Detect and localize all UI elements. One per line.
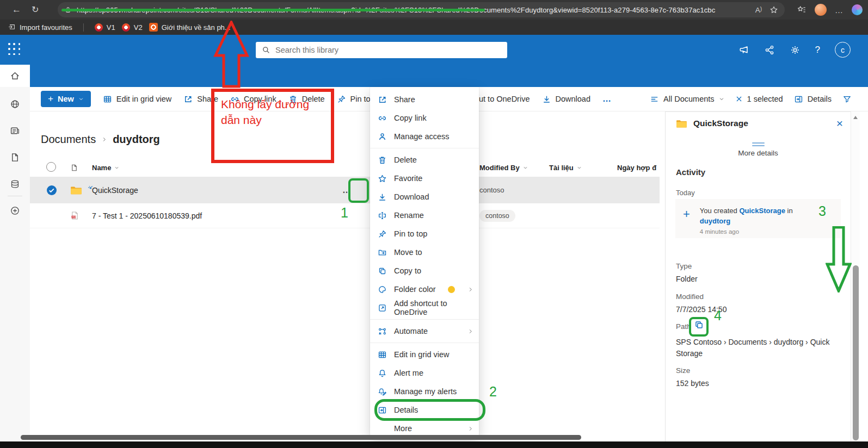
menu-item-edit-grid-view[interactable]: Edit in grid view (370, 345, 479, 364)
search-input[interactable] (275, 46, 482, 54)
shortcut-icon (378, 303, 387, 313)
globe-icon (10, 99, 20, 109)
column-modified-by[interactable]: Modified By (479, 164, 549, 172)
menu-item-delete[interactable]: Delete (370, 151, 479, 169)
size-value: 152 bytes (676, 378, 838, 389)
rail-sites[interactable] (0, 93, 30, 115)
back-icon[interactable]: ← (12, 0, 21, 20)
download-button[interactable]: Download (542, 95, 591, 104)
details-pane-button[interactable]: Details (794, 95, 832, 104)
menu-item-download[interactable]: Download (370, 188, 479, 206)
menu-item-pin-to-top[interactable]: Pin to top (370, 225, 479, 243)
menu-item-manage-access[interactable]: Manage access (370, 127, 479, 146)
modified-by-value: contoso (479, 186, 549, 194)
vertical-scrollbar[interactable] (851, 111, 860, 441)
selected-check-icon[interactable] (46, 185, 57, 196)
menu-item-manage-my-alerts[interactable]: Manage my alerts (370, 382, 479, 401)
share-icon (183, 95, 193, 104)
file-type-column-icon[interactable] (70, 164, 78, 172)
select-all-checkbox[interactable] (46, 162, 56, 172)
grid-icon (378, 350, 387, 359)
annotation-green-arrow-down (826, 226, 852, 293)
chevron-right-icon (467, 426, 473, 432)
bell-icon (378, 369, 387, 378)
chevron-right-icon (467, 287, 473, 293)
menu-item-copy-link[interactable]: Copy link (370, 109, 479, 127)
gear-icon[interactable] (790, 45, 801, 55)
rail-pages[interactable] (0, 146, 30, 169)
menu-item-copy-to[interactable]: Copy to (370, 262, 479, 280)
activity-parent-link[interactable]: duydtorg (700, 217, 730, 225)
chevron-down-icon (114, 165, 119, 170)
browser-profile-avatar[interactable] (815, 4, 827, 16)
pdf-icon (70, 211, 79, 220)
browser-menu-icon[interactable]: … (835, 5, 844, 15)
favorite-v1[interactable]: V1 (95, 23, 115, 32)
close-icon[interactable]: × (836, 119, 843, 128)
more-details-link[interactable]: More details (666, 149, 851, 157)
path-value[interactable]: SPS Contoso › Documents › duydtorg › Qui… (676, 337, 838, 359)
person-icon (378, 132, 387, 141)
add-shortcut-onedrive-button[interactable]: ut to OneDrive (479, 95, 530, 103)
import-favourites-button[interactable]: Import favourites (8, 23, 72, 32)
filter-button[interactable] (842, 95, 852, 104)
annotation-number-3: 3 (818, 203, 826, 219)
add-favorite-star-icon[interactable] (769, 5, 778, 14)
item-name-link[interactable]: QuickStorage (92, 186, 138, 195)
breadcrumb-root[interactable]: Documents (41, 133, 96, 146)
item-name-link[interactable]: 7 - Test 1 - 20250610180539.pdf (92, 211, 202, 220)
app-launcher-icon[interactable] (8, 43, 21, 56)
favorite-v2[interactable]: V2 (122, 23, 143, 32)
library-search-box[interactable] (256, 42, 507, 58)
new-button[interactable]: + New (41, 91, 91, 107)
activity-item-link[interactable]: QuickStorage (739, 207, 785, 215)
menu-item-favorite[interactable]: Favorite (370, 169, 479, 188)
rail-news[interactable] (0, 120, 30, 142)
menu-divider (370, 148, 479, 148)
horizontal-scrollbar-thumb[interactable] (21, 435, 581, 440)
menu-item-add-shortcut-onedrive[interactable]: Add shortcut to OneDrive (370, 298, 479, 317)
help-icon[interactable]: ? (815, 45, 820, 55)
megaphone-icon[interactable] (738, 45, 749, 55)
menu-item-move-to[interactable]: Move to (370, 243, 479, 262)
link-icon (378, 114, 387, 123)
copilot-icon[interactable] (852, 4, 863, 15)
menu-divider (370, 319, 479, 320)
panel-title: QuickStorage (693, 119, 830, 128)
trash-icon (378, 155, 387, 165)
read-aloud-icon[interactable]: A) (755, 6, 762, 14)
star-icon (378, 174, 387, 183)
table-row-quickstorage[interactable]: QuickStorage … contoso (30, 177, 660, 203)
edit-grid-view-button[interactable]: Edit in grid view (103, 95, 172, 104)
rail-home[interactable] (0, 65, 30, 87)
scroll-up-arrow-icon[interactable] (853, 116, 858, 119)
menu-item-share[interactable]: Share (370, 90, 479, 109)
taskbar-strip (0, 441, 868, 448)
rail-create[interactable] (0, 200, 30, 222)
view-selector[interactable]: All Documents (650, 95, 724, 104)
activity-time: 4 minutes ago (700, 227, 793, 237)
column-name[interactable]: Name (92, 164, 342, 172)
chevron-right-icon (467, 328, 473, 334)
menu-item-rename[interactable]: Rename (370, 206, 479, 225)
refresh-icon[interactable]: ↻ (32, 0, 39, 20)
column-ngay-hop-d[interactable]: Ngày hợp đ (617, 164, 660, 172)
annotation-red-arrow-up (212, 21, 250, 88)
clear-selection-button[interactable]: 1 selected (735, 95, 783, 103)
breadcrumb-current[interactable]: duydtorg (113, 133, 160, 146)
alert-settings-icon (378, 387, 387, 396)
annotation-green-box-details (374, 399, 485, 421)
column-tai-lieu[interactable]: Tài liệu (549, 164, 617, 172)
menu-item-automate[interactable]: Automate (370, 322, 479, 340)
account-avatar[interactable]: c (835, 42, 851, 58)
vertical-scrollbar-thumb[interactable] (853, 265, 859, 440)
favorites-bar-icon[interactable] (797, 5, 807, 15)
panel-drag-handle-icon[interactable] (666, 142, 851, 146)
org-chart-icon[interactable] (764, 45, 775, 55)
sharepoint-header: ? c SPSDigital Workplace Departments HR … (0, 35, 868, 87)
menu-item-folder-color[interactable]: Folder color (370, 280, 479, 298)
rail-content[interactable] (0, 173, 30, 195)
menu-item-alert-me[interactable]: Alert me (370, 364, 479, 382)
activity-card[interactable]: + You created QuickStorage in duydtorg 4… (675, 199, 841, 238)
command-overflow-icon[interactable]: … (602, 94, 612, 104)
